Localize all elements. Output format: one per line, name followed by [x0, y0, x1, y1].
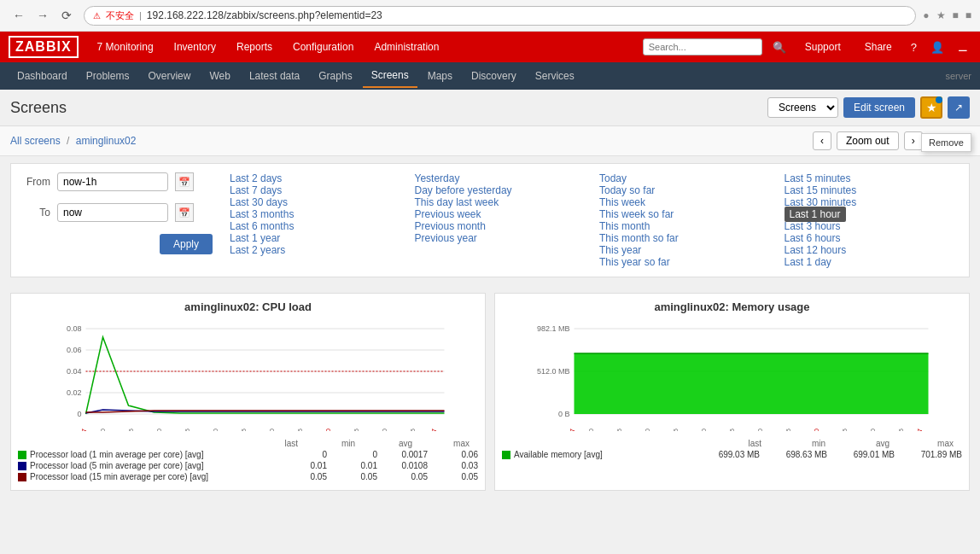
from-label: From — [25, 176, 50, 188]
forward-button[interactable]: → — [32, 5, 53, 26]
page-title: Screens — [10, 99, 67, 117]
zabbix-logo: ZABBIX — [9, 36, 79, 58]
server-label: server — [945, 71, 971, 81]
nav-monitoring[interactable]: 7 Monitoring — [89, 36, 162, 58]
from-row: From 📅 — [25, 172, 213, 191]
user-icon[interactable]: 👤 — [927, 38, 948, 57]
svg-text:16:10: 16:10 — [869, 428, 877, 431]
svg-text:16:05: 16:05 — [841, 428, 849, 431]
nav-inventory[interactable]: Inventory — [166, 36, 225, 58]
memory-chart-title: aminglinux02: Memory usage — [502, 300, 962, 313]
to-input[interactable] — [57, 203, 168, 222]
subnav-maps[interactable]: Maps — [419, 65, 461, 87]
svg-text:15:40: 15:40 — [700, 428, 708, 431]
nav-reports[interactable]: Reports — [228, 36, 281, 58]
time-filter-panel: From 📅 To 📅 Apply Last 2 days Last 7 day… — [10, 163, 970, 277]
svg-marker-31 — [575, 353, 929, 414]
all-screens-link[interactable]: All screens — [10, 135, 61, 147]
screens-select[interactable]: Screens — [767, 97, 838, 118]
to-label: To — [25, 207, 50, 219]
svg-text:16:00: 16:00 — [813, 428, 820, 431]
nav-configuration[interactable]: Configuration — [284, 36, 362, 58]
prev-arrow-button[interactable]: ‹ — [813, 131, 831, 150]
link-this-year-so-far[interactable]: This year so far — [599, 254, 670, 270]
subnav-discovery[interactable]: Discovery — [463, 65, 525, 87]
security-label: 不安全 — [106, 9, 134, 22]
browser-icon-3: ■ — [953, 9, 959, 21]
nav-administration[interactable]: Administration — [365, 36, 447, 58]
svg-text:16:15: 16:15 — [409, 428, 417, 431]
to-calendar-icon[interactable]: 📅 — [175, 203, 194, 222]
logout-icon[interactable]: ⚊ — [954, 38, 971, 57]
refresh-button[interactable]: ⟳ — [56, 5, 77, 26]
memory-chart-container: aminglinux02: Memory usage 982.1 MB 512.… — [494, 293, 970, 491]
svg-text:15:30: 15:30 — [644, 428, 651, 431]
svg-text:16:00: 16:00 — [324, 428, 332, 431]
breadcrumb-right: ‹ Zoom out › Last 1 ho Remove — [813, 131, 970, 150]
expand-icon-button[interactable]: ↗ — [948, 96, 970, 119]
svg-text:15:55: 15:55 — [296, 428, 304, 431]
nav-right: 🔍 Support Share ? 👤 ⚊ — [643, 36, 971, 58]
svg-text:15:35: 15:35 — [184, 428, 191, 431]
svg-text:15:45: 15:45 — [240, 428, 248, 431]
svg-text:512.0 MB: 512.0 MB — [537, 367, 570, 376]
help-icon[interactable]: ? — [907, 38, 920, 57]
page-header: Screens Screens Edit screen ★ ↗ — [0, 90, 980, 126]
remove-popup[interactable]: Remove — [921, 133, 971, 152]
time-links-section: Last 2 days Last 7 days Last 30 days Las… — [230, 172, 955, 268]
subnav-problems[interactable]: Problems — [78, 65, 138, 87]
share-link[interactable]: Share — [856, 36, 901, 58]
apply-button[interactable]: Apply — [160, 234, 213, 254]
cpu-legend: last min avg max Processor load (1 min a… — [18, 439, 478, 481]
svg-text:15:35: 15:35 — [672, 428, 680, 431]
legend-color-15min — [18, 473, 26, 481]
back-button[interactable]: ← — [9, 5, 29, 26]
svg-text:982.1 MB: 982.1 MB — [537, 324, 570, 333]
link-previous-year[interactable]: Previous year — [415, 230, 477, 246]
svg-text:15:55: 15:55 — [785, 428, 792, 431]
memory-legend: last min avg max Available memory [avg] … — [502, 439, 962, 459]
svg-text:16:17: 16:17 — [916, 428, 924, 431]
breadcrumb-separator: / — [63, 135, 73, 147]
svg-text:15:25: 15:25 — [615, 428, 623, 431]
svg-text:15:20: 15:20 — [587, 428, 595, 431]
link-last-1-day[interactable]: Last 1 day — [785, 254, 831, 270]
time-links-col2: Yesterday Day before yesterday This day … — [415, 172, 586, 268]
browser-nav[interactable]: ← → ⟳ — [9, 5, 77, 26]
subnav-screens[interactable]: Screens — [363, 64, 417, 88]
page-header-right: Screens Edit screen ★ ↗ — [767, 96, 970, 119]
breadcrumb-bar: All screens / aminglinux02 ‹ Zoom out › … — [0, 126, 980, 156]
subnav-web[interactable]: Web — [201, 65, 238, 87]
svg-text:16:15: 16:15 — [897, 428, 905, 431]
top-navigation: ZABBIX 7 Monitoring Inventory Reports Co… — [0, 32, 980, 62]
svg-text:0.04: 0.04 — [67, 367, 82, 376]
subnav-graphs[interactable]: Graphs — [310, 65, 360, 87]
zoom-out-button[interactable]: Zoom out — [837, 131, 899, 150]
subnav-overview[interactable]: Overview — [139, 65, 199, 87]
subnav-dashboard[interactable]: Dashboard — [9, 65, 76, 87]
from-calendar-icon[interactable]: 📅 — [175, 172, 194, 191]
legend-row-1min: Processor load (1 min average per core) … — [18, 450, 478, 459]
support-link[interactable]: Support — [796, 36, 849, 58]
charts-area: aminglinux02: CPU load 0.08 0.06 0.04 0.… — [0, 284, 980, 499]
svg-text:0.02: 0.02 — [67, 388, 82, 397]
legend-color-5min — [18, 462, 26, 470]
link-last-2-years[interactable]: Last 2 years — [230, 242, 285, 258]
search-icon[interactable]: 🔍 — [769, 38, 790, 57]
memory-legend-row: Available memory [avg] 699.03 MB 698.63 … — [502, 450, 962, 459]
current-screen-link[interactable]: aminglinux02 — [76, 135, 137, 147]
svg-text:0 B: 0 B — [558, 410, 570, 418]
browser-bar: ← → ⟳ ⚠ 不安全 | 192.168.222.128/zabbix/scr… — [0, 0, 980, 32]
svg-text:0: 0 — [77, 410, 81, 418]
edit-screen-button[interactable]: Edit screen — [843, 97, 915, 118]
subnav-latest-data[interactable]: Latest data — [241, 65, 308, 87]
subnav-services[interactable]: Services — [527, 65, 583, 87]
next-arrow-button[interactable]: › — [904, 131, 923, 150]
star-icon-button[interactable]: ★ — [920, 96, 942, 119]
time-links-grid: Last 2 days Last 7 days Last 30 days Las… — [230, 172, 955, 268]
time-links-col4: Last 5 minutes Last 15 minutes Last 30 m… — [785, 172, 956, 268]
svg-text:16:17: 16:17 — [430, 428, 438, 431]
from-input[interactable] — [57, 172, 168, 191]
nav-search-input[interactable] — [643, 38, 762, 55]
address-bar[interactable]: ⚠ 不安全 | 192.168.222.128/zabbix/screens.p… — [84, 6, 916, 26]
